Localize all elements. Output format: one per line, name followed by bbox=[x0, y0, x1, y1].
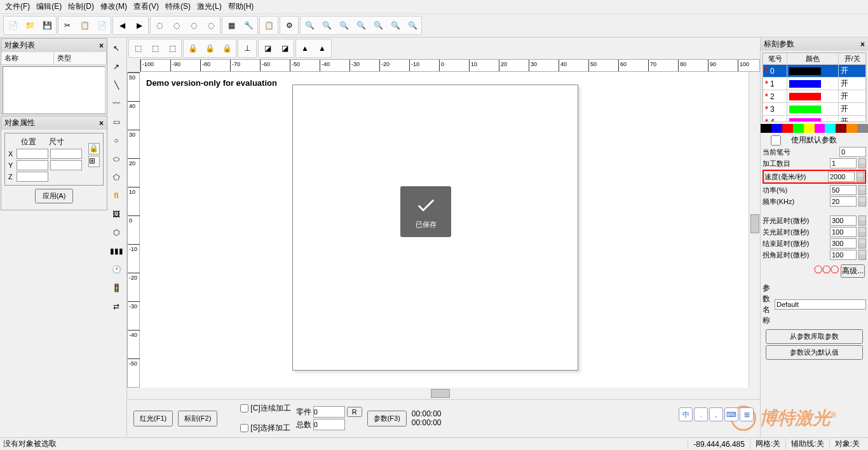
speed-input[interactable] bbox=[828, 172, 855, 182]
undo-icon[interactable]: ◀ bbox=[114, 17, 130, 34]
color-swatch[interactable] bbox=[825, 124, 836, 133]
spinner-icon[interactable] bbox=[858, 227, 866, 237]
color-swatch[interactable] bbox=[761, 124, 771, 133]
tools-icon[interactable]: 🔧 bbox=[240, 17, 257, 34]
lock-icon[interactable]: 🔒 bbox=[88, 143, 100, 154]
pen-row[interactable]: * 3开 bbox=[763, 103, 866, 116]
color-swatch[interactable] bbox=[815, 124, 825, 133]
spinner-icon[interactable] bbox=[858, 185, 866, 195]
mark-button[interactable]: 标刻(F2) bbox=[178, 411, 217, 426]
curve-tool-icon[interactable]: 〰 bbox=[108, 95, 125, 112]
ime-button[interactable]: . bbox=[694, 407, 708, 421]
grid-icon[interactable]: ⊞ bbox=[88, 156, 100, 167]
mirror-v-icon[interactable]: ▲ bbox=[314, 40, 330, 57]
scrollbar-horizontal[interactable] bbox=[127, 388, 760, 399]
zoom-fit-icon[interactable]: 🔍 bbox=[353, 17, 369, 34]
red-light-button[interactable]: 红光(F1) bbox=[133, 411, 173, 426]
sel-mode-b-icon[interactable]: ⬚ bbox=[147, 40, 163, 57]
color-swatch[interactable] bbox=[836, 124, 846, 133]
ime-button[interactable]: , bbox=[709, 407, 723, 421]
tool-a-icon[interactable]: ◌ bbox=[151, 17, 168, 34]
open-icon[interactable]: 📁 bbox=[22, 17, 38, 34]
zoom-in-icon[interactable]: 🔍 bbox=[318, 17, 335, 34]
spinner-icon[interactable] bbox=[858, 250, 866, 260]
pen-row[interactable]: * 1开 bbox=[763, 78, 866, 90]
ime-button[interactable]: 中 bbox=[679, 407, 693, 421]
x-pos-input[interactable] bbox=[17, 149, 48, 159]
ime-button[interactable]: ⌨ bbox=[724, 407, 738, 421]
total-input[interactable] bbox=[313, 419, 345, 430]
image-tool-icon[interactable]: 🖼 bbox=[108, 205, 125, 223]
object-list-body[interactable] bbox=[3, 66, 105, 114]
pen-row[interactable]: * 4开 bbox=[763, 116, 866, 123]
zoom-out-icon[interactable]: 🔍 bbox=[336, 17, 352, 34]
param-button[interactable]: 参数(F3) bbox=[367, 411, 407, 426]
polygon-tool-icon[interactable]: ⬠ bbox=[108, 168, 125, 186]
paramname-input[interactable] bbox=[775, 299, 866, 310]
layer-a-icon[interactable]: ◪ bbox=[259, 40, 276, 57]
zoom-sel-icon[interactable]: 🔍 bbox=[387, 17, 403, 34]
redo-icon[interactable]: ▶ bbox=[131, 17, 147, 34]
menu-file[interactable]: 文件(F) bbox=[5, 1, 30, 12]
align-icon[interactable]: ⊥ bbox=[239, 40, 255, 57]
line-tool-icon[interactable]: ╲ bbox=[108, 76, 125, 94]
menu-draw[interactable]: 绘制(D) bbox=[68, 1, 94, 12]
zoom-page-icon[interactable]: 🔍 bbox=[404, 17, 421, 34]
freq-input[interactable] bbox=[830, 196, 857, 207]
count-input[interactable] bbox=[830, 158, 857, 168]
col-name[interactable]: 名称 bbox=[1, 52, 54, 64]
rings-icon[interactable]: ◯◯◯ bbox=[814, 264, 839, 278]
copy-icon[interactable]: 📋 bbox=[76, 17, 93, 34]
spinner-icon[interactable] bbox=[857, 172, 864, 182]
io-tool-icon[interactable]: ⇄ bbox=[108, 297, 125, 315]
pen-col-no[interactable]: 笔号 bbox=[763, 53, 787, 65]
node-tool-icon[interactable]: ↗ bbox=[108, 58, 125, 76]
zoom-icon[interactable]: 🔍 bbox=[301, 17, 318, 34]
cornerdelay-input[interactable] bbox=[830, 250, 857, 260]
menu-laser[interactable]: 激光(L) bbox=[197, 1, 222, 12]
hatch-icon[interactable]: ▦ bbox=[223, 17, 240, 34]
timer-tool-icon[interactable]: 🕐 bbox=[108, 261, 125, 278]
color-swatch[interactable] bbox=[771, 124, 782, 133]
offdelay-input[interactable] bbox=[830, 227, 857, 237]
new-icon[interactable]: 📄 bbox=[4, 17, 21, 34]
vector-tool-icon[interactable]: ⬡ bbox=[108, 224, 125, 242]
tool-b-icon[interactable]: ◌ bbox=[168, 17, 185, 34]
load-param-button[interactable]: 从参数库取参数 bbox=[766, 329, 862, 344]
spinner-icon[interactable] bbox=[858, 196, 866, 207]
curpen-input[interactable] bbox=[839, 147, 866, 157]
r-button[interactable]: R bbox=[347, 407, 362, 417]
ellipse-tool-icon[interactable]: ⬭ bbox=[108, 150, 125, 168]
sel-mode-a-icon[interactable]: ⬚ bbox=[130, 40, 146, 57]
text-tool-icon[interactable]: fI bbox=[108, 187, 125, 205]
z-pos-input[interactable] bbox=[17, 172, 48, 182]
pen-row[interactable]: * 0开 bbox=[763, 65, 866, 78]
color-swatch[interactable] bbox=[857, 124, 868, 133]
spinner-icon[interactable] bbox=[858, 238, 866, 249]
menu-edit[interactable]: 编辑(E) bbox=[36, 1, 62, 12]
use-default-checkbox[interactable] bbox=[763, 135, 789, 146]
color-swatch[interactable] bbox=[804, 124, 815, 133]
color-swatch[interactable] bbox=[782, 124, 793, 133]
power-input[interactable] bbox=[830, 185, 857, 195]
spinner-icon[interactable] bbox=[858, 158, 866, 168]
menu-special[interactable]: 特殊(S) bbox=[165, 1, 191, 12]
spinner-icon[interactable] bbox=[858, 215, 866, 226]
sel-mode-c-icon[interactable]: ⬚ bbox=[164, 40, 180, 57]
rect-tool-icon[interactable]: ▭ bbox=[108, 113, 125, 131]
layer-b-icon[interactable]: ◪ bbox=[276, 40, 293, 57]
y-pos-input[interactable] bbox=[17, 160, 48, 170]
list-icon[interactable]: 📋 bbox=[261, 17, 277, 34]
pen-col-onoff[interactable]: 开/关 bbox=[839, 53, 866, 65]
select-checkbox[interactable] bbox=[240, 424, 248, 432]
lock-b-icon[interactable]: 🔒 bbox=[201, 40, 218, 57]
advanced-button[interactable]: 高级... bbox=[841, 264, 865, 278]
config-icon[interactable]: ⚙ bbox=[281, 17, 297, 34]
tool-c-icon[interactable]: ◌ bbox=[186, 17, 202, 34]
close-icon[interactable]: × bbox=[99, 119, 104, 128]
col-type[interactable]: 类型 bbox=[54, 52, 107, 64]
menu-view[interactable]: 查看(V) bbox=[133, 1, 159, 12]
x-size-input[interactable] bbox=[50, 149, 82, 159]
y-size-input[interactable] bbox=[50, 160, 82, 170]
save-icon[interactable]: 💾 bbox=[39, 17, 55, 34]
